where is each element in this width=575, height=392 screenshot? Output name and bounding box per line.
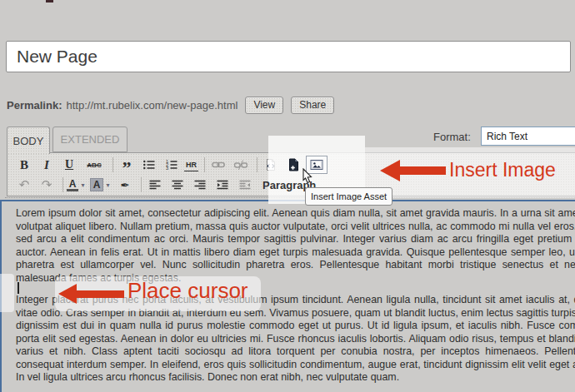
insert-image-annotation: Insert Image (449, 159, 556, 181)
paragraph-1: Lorem ipsum dolor sit amet, consectetur … (16, 207, 575, 285)
background-color-icon[interactable]: A (90, 178, 103, 191)
permalink-label: Permalink: (7, 99, 62, 112)
ordered-list-icon[interactable]: 123 (162, 156, 182, 173)
place-cursor-annotation: Place cursor (128, 278, 248, 304)
page-title-input[interactable] (6, 41, 571, 72)
outdent-icon[interactable] (235, 176, 255, 193)
dropdown-arrow[interactable]: ▾ (78, 176, 88, 193)
unlink-icon[interactable] (231, 156, 251, 173)
toolbar-separator (141, 177, 142, 192)
svg-text:3: 3 (166, 166, 168, 171)
undo-icon[interactable]: ↶ (14, 176, 34, 193)
format-pen-icon[interactable]: ✒ (115, 176, 135, 193)
indent-icon[interactable] (212, 176, 232, 193)
align-center-icon[interactable] (168, 176, 188, 193)
italic-icon[interactable]: I (37, 156, 57, 173)
toolbar-separator (204, 157, 205, 172)
align-left-icon[interactable] (145, 176, 165, 193)
toolbar-separator (112, 157, 113, 172)
permalink-url: http://mt.rubelix.com/new-page.html (66, 99, 238, 112)
link-icon[interactable] (208, 156, 228, 173)
toolbar-separator (257, 157, 258, 172)
unordered-list-icon[interactable] (139, 156, 159, 173)
permalink-row: Permalink: http://mt.rubelix.com/new-pag… (7, 96, 334, 114)
format-label: Format: (433, 131, 471, 143)
bold-icon[interactable]: B (14, 156, 34, 173)
underline-icon[interactable]: U (59, 156, 79, 173)
toolbar-row-2: ↶↷A▾A▾✒Paragraph (14, 176, 318, 194)
mouse-cursor-icon (300, 168, 315, 185)
toolbar-row-1: BIUABC”123HR (14, 156, 330, 174)
strikethrough-icon[interactable]: ABC (82, 156, 107, 173)
cropped-heading-fragment (46, 0, 53, 2)
text-color-icon[interactable]: A (67, 178, 78, 191)
redo-icon[interactable]: ↷ (37, 176, 57, 193)
dropdown-arrow[interactable]: ▾ (103, 176, 112, 193)
horizontal-rule-icon[interactable]: HR (184, 159, 198, 171)
align-right-icon[interactable] (190, 176, 210, 193)
tab-body[interactable]: BODY (7, 127, 50, 154)
tab-extended[interactable]: EXTENDED (52, 127, 128, 152)
page-editor-screen: Permalink: http://mt.rubelix.com/new-pag… (0, 0, 575, 392)
blockquote-icon[interactable]: ” (117, 153, 137, 176)
spotlight-caret-strip (0, 274, 14, 312)
view-button[interactable]: View (245, 97, 283, 114)
insert-image-tooltip: Insert Image Asset (305, 187, 392, 206)
text-caret (18, 282, 19, 294)
toolbar-separator (62, 177, 63, 192)
share-button[interactable]: Share (291, 97, 334, 114)
format-select[interactable]: Rich Text (481, 127, 575, 146)
